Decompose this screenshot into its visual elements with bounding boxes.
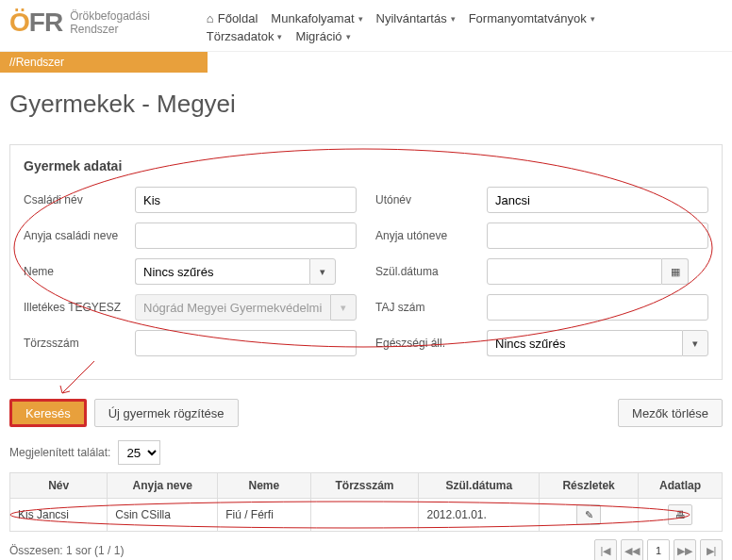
caret-icon: ▾	[346, 32, 351, 41]
nav-registry[interactable]: Nyilvántartás▾	[376, 11, 456, 25]
pager-next[interactable]: ▶▶	[674, 539, 696, 560]
col-sheet: Adatlap	[639, 473, 723, 499]
cell-mother: Csin CSilla	[108, 499, 218, 532]
caret-icon: ▾	[277, 32, 282, 41]
logo: ÖFR Örökbefogadási Rendszer	[9, 8, 150, 38]
breadcrumb: //Rendszer	[0, 52, 208, 73]
label-family-name: Családi név	[24, 193, 127, 206]
table-header-row: Név Anyja neve Neme Törzsszám Szül.dátum…	[10, 473, 723, 499]
input-given-name[interactable]	[487, 187, 708, 213]
label-given-name: Utónév	[375, 193, 479, 206]
label-mother-family: Anyja családi neve	[24, 229, 127, 242]
col-dob[interactable]: Szül.dátuma	[419, 473, 540, 499]
main-nav: ⌂Főoldal Munkafolyamat▾ Nyilvántartás▾ F…	[207, 8, 669, 43]
input-mother-family[interactable]	[135, 222, 357, 249]
nav-home[interactable]: ⌂Főoldal	[207, 11, 258, 25]
nav-master[interactable]: Törzsadatok▾	[207, 29, 283, 43]
header: ÖFR Örökbefogadási Rendszer ⌂Főoldal Mun…	[0, 0, 732, 52]
input-mother-given[interactable]	[487, 222, 708, 249]
logo-mark: ÖFR	[9, 8, 62, 38]
input-regno[interactable]	[135, 330, 357, 356]
label-tegyesz: Illetékes TEGYESZ	[24, 301, 127, 314]
caret-icon: ▾	[330, 294, 357, 321]
nav-workflow[interactable]: Munkafolyamat▾	[271, 11, 362, 25]
select-gender[interactable]	[135, 258, 309, 285]
cell-name: Kis Jancsi	[10, 499, 108, 532]
pager-page[interactable]: 1	[647, 539, 670, 560]
home-icon: ⌂	[207, 11, 214, 25]
caret-icon: ▾	[451, 14, 456, 24]
table-row[interactable]: Kis Jancsi Csin CSilla Fiú / Férfi 2012.…	[10, 499, 723, 532]
col-regno[interactable]: Törzsszám	[310, 473, 419, 499]
table-controls: Megjelenített találat: 25	[0, 436, 732, 472]
print-icon[interactable]: 🖶	[668, 504, 692, 525]
label-mother-given: Anyja utóneve	[375, 229, 479, 242]
table-footer: Összesen: 1 sor (1 / 1) |◀ ◀◀ 1 ▶▶ ▶|	[0, 532, 732, 560]
pager: |◀ ◀◀ 1 ▶▶ ▶|	[594, 539, 723, 560]
label-gender: Neme	[24, 265, 127, 278]
select-health[interactable]	[487, 330, 682, 356]
results-table: Név Anyja neve Neme Törzsszám Szül.dátum…	[9, 472, 723, 532]
select-tegyesz	[135, 294, 330, 321]
caret-icon: ▾	[591, 14, 595, 24]
summary-text: Összesen: 1 sor (1 / 1)	[9, 544, 124, 557]
label-health: Egészségi áll.	[375, 337, 479, 350]
label-dob: Szül.dátuma	[375, 265, 479, 278]
nav-forms[interactable]: Formanyomtatványok▾	[469, 11, 595, 25]
page-title: Gyermekek - Megyei	[0, 73, 732, 135]
input-dob[interactable]	[487, 258, 662, 285]
col-name[interactable]: Név	[10, 473, 108, 499]
calendar-icon[interactable]: ▦	[662, 258, 689, 285]
edit-icon[interactable]: ✎	[576, 504, 601, 525]
col-mother[interactable]: Anyja neve	[108, 473, 218, 499]
pager-last[interactable]: ▶|	[700, 539, 723, 560]
pager-prev[interactable]: ◀◀	[621, 539, 643, 560]
clear-fields-button[interactable]: Mezők törlése	[618, 399, 723, 427]
label-regno: Törzsszám	[24, 337, 127, 350]
input-family-name[interactable]	[135, 187, 357, 213]
logo-text: Örökbefogadási Rendszer	[70, 9, 150, 37]
search-panel: Gyermek adatai Családi név Utónév Anyja …	[9, 144, 723, 380]
cell-dob: 2012.01.01.	[419, 499, 540, 532]
action-bar: Keresés Új gyermek rögzítése Mezők törlé…	[0, 389, 732, 436]
col-gender[interactable]: Neme	[218, 473, 310, 499]
page-size-select[interactable]: 25	[118, 440, 160, 465]
caret-icon: ▾	[358, 14, 363, 24]
cell-gender: Fiú / Férfi	[218, 499, 310, 532]
page-size-label: Megjelenített találat:	[9, 446, 110, 459]
caret-icon[interactable]: ▾	[682, 330, 708, 356]
label-taj: TAJ szám	[375, 301, 479, 314]
pager-first[interactable]: |◀	[594, 539, 617, 560]
caret-icon[interactable]: ▾	[309, 258, 336, 285]
nav-migration[interactable]: Migráció▾	[295, 29, 350, 43]
new-child-button[interactable]: Új gyermek rögzítése	[94, 399, 239, 427]
input-taj[interactable]	[487, 294, 708, 321]
col-details: Részletek	[539, 473, 638, 499]
cell-regno	[310, 499, 419, 532]
search-button[interactable]: Keresés	[9, 399, 87, 427]
panel-title: Gyermek adatai	[24, 158, 708, 173]
